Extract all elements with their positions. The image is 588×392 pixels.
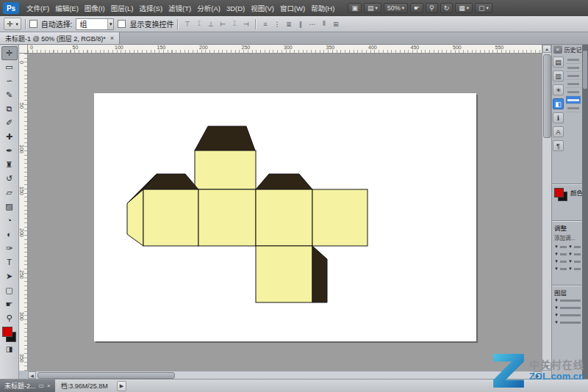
- history-state-row[interactable]: [566, 56, 581, 64]
- eraser-tool-icon[interactable]: ▱: [1, 186, 18, 200]
- shape-tool-icon[interactable]: ▢: [1, 283, 18, 297]
- align-right-icon[interactable]: ⊣: [240, 18, 251, 29]
- menu-item[interactable]: 图像(I): [82, 3, 108, 13]
- quick-mask-icon[interactable]: ◨: [1, 342, 18, 356]
- vertical-scrollbar[interactable]: ▲ ▼: [542, 45, 551, 371]
- styles-panel-icon[interactable]: ☀: [553, 84, 564, 95]
- align-left-icon[interactable]: ⊢: [217, 18, 228, 29]
- rectangular-marquee-tool-icon[interactable]: ▭: [1, 60, 18, 74]
- quick-selection-tool-icon[interactable]: ✎: [1, 88, 18, 102]
- vertical-scroll-thumb[interactable]: [543, 54, 551, 138]
- foreground-color-swatch[interactable]: [2, 327, 12, 337]
- menu-item[interactable]: 分析(A): [194, 3, 223, 13]
- menu-item[interactable]: 选择(S): [136, 3, 165, 13]
- crop-tool-icon[interactable]: ⧉: [1, 102, 18, 116]
- vertical-ruler[interactable]: 050100150200250300350: [19, 54, 28, 371]
- menu-item[interactable]: 窗口(W): [277, 3, 308, 13]
- menu-item[interactable]: 帮助(H): [308, 3, 337, 13]
- arrange-documents-icon[interactable]: ▦▾: [455, 3, 473, 13]
- color-swatches[interactable]: [2, 327, 17, 342]
- distribute-left-icon[interactable]: ∥: [295, 18, 306, 29]
- auto-select-dropdown[interactable]: 组 ▾: [76, 18, 114, 30]
- scroll-left-icon[interactable]: ◀: [28, 371, 36, 379]
- history-brush-tool-icon[interactable]: ↺: [1, 172, 18, 186]
- distribute-top-icon[interactable]: ≡: [259, 18, 270, 29]
- adjustment-preset-row[interactable]: ▼▼: [554, 258, 581, 265]
- vertical-scroll-track[interactable]: [542, 53, 551, 363]
- screen-mode-icon[interactable]: ▢▾: [475, 3, 492, 13]
- adjustment-preset-row[interactable]: ▼▼: [554, 243, 581, 250]
- distribute-horizontal-center-icon[interactable]: ⋯: [306, 18, 318, 29]
- layer-row[interactable]: ▼: [554, 311, 581, 319]
- adjustment-preset-row[interactable]: ▼▼: [554, 265, 581, 272]
- history-state-row[interactable]: [566, 104, 581, 112]
- layer-row[interactable]: ▼: [554, 297, 581, 304]
- align-top-icon[interactable]: ⊤: [182, 18, 193, 29]
- menu-item[interactable]: 文件(F): [24, 3, 52, 13]
- align-vertical-center-icon[interactable]: ⌶: [193, 18, 204, 29]
- zoom-icon[interactable]: ⚲: [426, 3, 438, 13]
- layers-panel-icon[interactable]: ◧: [553, 98, 564, 109]
- distribute-bottom-icon[interactable]: ≣: [283, 18, 294, 29]
- color-panel-swatches[interactable]: [554, 188, 567, 201]
- horizontal-ruler[interactable]: 050100150200250300350400450500550: [28, 45, 542, 54]
- distribute-right-icon[interactable]: ⫴: [318, 18, 329, 29]
- zoom-tool-icon[interactable]: ⚲: [1, 311, 18, 325]
- show-transform-checkbox[interactable]: [118, 20, 126, 28]
- tool-preset-button[interactable]: ✛ ▾: [4, 18, 21, 30]
- info-panel-icon[interactable]: ℹ: [553, 112, 564, 123]
- paragraph-panel-icon[interactable]: ¶: [553, 140, 564, 151]
- horizontal-scroll-track[interactable]: [36, 371, 534, 379]
- auto-align-icon[interactable]: ⊞: [330, 18, 341, 29]
- align-horizontal-center-icon[interactable]: ⌶: [229, 18, 240, 29]
- horizontal-scroll-thumb[interactable]: [37, 372, 175, 379]
- history-state-row[interactable]: [566, 80, 581, 88]
- gradient-tool-icon[interactable]: ▨: [1, 200, 18, 214]
- menu-item[interactable]: 3D(D): [223, 4, 248, 12]
- healing-brush-tool-icon[interactable]: ✚: [1, 130, 18, 144]
- photoshop-logo-icon[interactable]: Ps: [3, 2, 19, 14]
- adjustment-preset-row[interactable]: ▼▼: [554, 250, 581, 258]
- dock-scroll-thumb[interactable]: [583, 51, 587, 89]
- history-state-row[interactable]: [566, 88, 581, 96]
- view-extras-icon[interactable]: ▤▾: [364, 3, 381, 13]
- document-tab-minimized[interactable]: 未标题-2... ▭ ×: [0, 380, 55, 392]
- align-bottom-icon[interactable]: ⊥: [205, 18, 216, 29]
- document-tab[interactable]: 未标题-1 @ 50% (图层 2, RGB/8)* ×: [0, 32, 120, 44]
- move-tool-icon[interactable]: ✛: [1, 46, 18, 60]
- menu-item[interactable]: 编辑(E): [52, 3, 82, 13]
- restore-window-icon[interactable]: ▭: [39, 382, 45, 389]
- rotate-view-icon[interactable]: ↻: [440, 3, 453, 13]
- eyedropper-tool-icon[interactable]: ✐: [1, 116, 18, 130]
- distribute-vertical-center-icon[interactable]: ⋮: [271, 18, 282, 29]
- hand-tool-icon[interactable]: ☛: [1, 297, 18, 311]
- menu-item[interactable]: 视图(V): [248, 3, 277, 13]
- dodge-tool-icon[interactable]: ◐: [1, 228, 18, 242]
- auto-select-checkbox[interactable]: [29, 20, 37, 28]
- character-panel-icon[interactable]: A: [553, 126, 564, 137]
- layer-row[interactable]: ▼: [554, 319, 581, 326]
- history-panel-tab[interactable]: 历史记...: [564, 46, 582, 54]
- menu-item[interactable]: 滤镜(T): [165, 3, 194, 13]
- histogram-panel-icon[interactable]: ▥: [553, 70, 564, 81]
- status-arrow-icon[interactable]: ▶: [117, 381, 126, 391]
- lasso-tool-icon[interactable]: ∽: [1, 74, 18, 88]
- horizontal-scrollbar[interactable]: ◀ ▶: [28, 371, 542, 379]
- navigator-panel-icon[interactable]: ▤: [553, 57, 564, 68]
- zoom-level-button[interactable]: 50%▾: [384, 3, 408, 13]
- clone-stamp-tool-icon[interactable]: ♜: [1, 158, 18, 172]
- history-state-row[interactable]: [566, 64, 581, 72]
- launch-bridge-icon[interactable]: ▣: [348, 3, 362, 13]
- type-tool-icon[interactable]: T: [1, 255, 18, 269]
- layer-row[interactable]: ▼: [554, 304, 581, 311]
- path-selection-tool-icon[interactable]: ➤: [1, 269, 18, 283]
- canvas-viewport[interactable]: [28, 54, 542, 371]
- close-window-icon[interactable]: ×: [47, 382, 51, 389]
- blur-tool-icon[interactable]: ◔: [1, 214, 18, 228]
- history-state-row[interactable]: [566, 96, 581, 104]
- hand-icon[interactable]: ☛: [410, 3, 423, 13]
- close-tab-icon[interactable]: ×: [110, 35, 114, 42]
- scroll-up-icon[interactable]: ▲: [542, 45, 551, 53]
- collapse-dock-icon[interactable]: «: [553, 46, 562, 54]
- brush-tool-icon[interactable]: ✒: [1, 144, 18, 158]
